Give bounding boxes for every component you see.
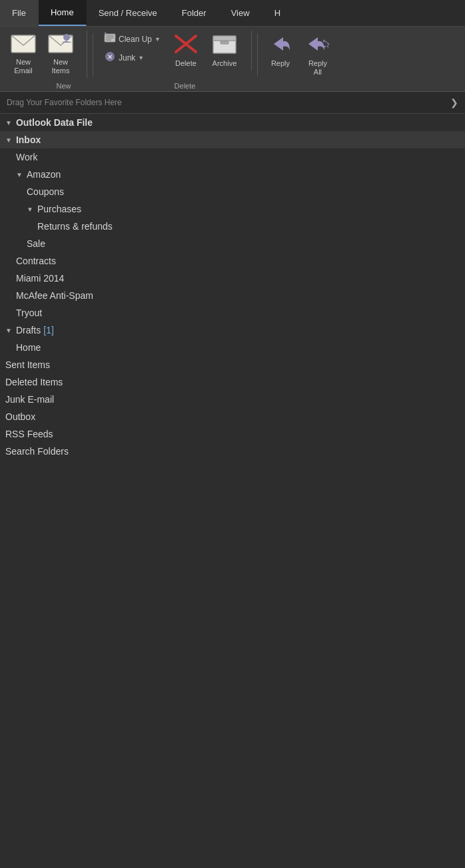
- new-email-label: NewEmail: [14, 58, 33, 75]
- new-items-icon-svg: [48, 33, 73, 53]
- new-items-button[interactable]: NewItems: [43, 31, 79, 78]
- rss-feeds-folder[interactable]: RSS Feeds: [0, 425, 465, 443]
- drafts-label: Drafts: [16, 325, 41, 335]
- rss-feeds-label: RSS Feeds: [5, 429, 53, 439]
- archive-icon-svg: [212, 33, 237, 55]
- email-icon-svg: [11, 33, 36, 53]
- amazon-folder[interactable]: ▼ Amazon: [0, 166, 465, 183]
- new-items-icon: [48, 33, 73, 57]
- junk-button[interactable]: ✕ Junk ▼: [99, 49, 166, 67]
- sale-folder[interactable]: Sale: [0, 235, 465, 252]
- amazon-arrow: ▼: [16, 171, 23, 178]
- menu-more[interactable]: H: [262, 0, 293, 26]
- ribbon-divider-2: [257, 33, 258, 77]
- menu-send-receive[interactable]: Send / Receive: [87, 0, 170, 26]
- deleted-items-folder[interactable]: Deleted Items: [0, 373, 465, 391]
- cleanup-icon: [104, 33, 116, 46]
- sent-items-folder[interactable]: Sent Items: [0, 356, 465, 373]
- returns-folder[interactable]: Returns & refunds: [0, 218, 465, 235]
- cleanup-button[interactable]: Clean Up ▼: [99, 31, 166, 48]
- tryout-label: Tryout: [16, 308, 42, 318]
- home-folder-label: Home: [16, 342, 41, 353]
- inbox-folder[interactable]: ▼ Inbox: [0, 131, 465, 148]
- miami-label: Miami 2014: [16, 273, 64, 284]
- junk-icon: ✕: [104, 51, 116, 65]
- junk-icon-svg: ✕: [104, 51, 116, 62]
- svg-point-2: [63, 34, 70, 41]
- purchases-arrow: ▼: [27, 206, 33, 213]
- reply-all-icon-svg: [304, 33, 331, 55]
- archive-button[interactable]: Archive: [206, 31, 243, 71]
- drafts-badge: [1]: [43, 325, 54, 335]
- inbox-label: Inbox: [16, 134, 41, 145]
- reply-all-label: ReplyAll: [308, 59, 327, 77]
- deleted-items-label: Deleted Items: [5, 377, 63, 387]
- cleanup-icon-svg: [104, 33, 116, 43]
- contracts-label: Contracts: [16, 256, 56, 266]
- ribbon-delete-group: Clean Up ▼ ✕ Junk ▼: [99, 31, 252, 71]
- reply-icon-svg: [268, 33, 292, 55]
- new-items-label: NewItems: [52, 58, 70, 75]
- menu-home[interactable]: Home: [39, 0, 87, 26]
- outlook-data-file-header[interactable]: ▼ Outlook Data File: [0, 114, 465, 131]
- delete-label: Delete: [175, 59, 197, 68]
- ribbon-divider-1: [93, 33, 93, 77]
- cleanup-junk-col: Clean Up ▼ ✕ Junk ▼: [99, 31, 166, 67]
- purchases-label: Purchases: [37, 204, 81, 214]
- returns-label: Returns & refunds: [37, 221, 113, 232]
- junk-dropdown-icon: ▼: [138, 55, 144, 61]
- favorites-bar: Drag Your Favorite Folders Here ❯: [0, 92, 465, 114]
- menu-view[interactable]: View: [219, 0, 262, 26]
- delete-icon: [173, 33, 199, 58]
- collapse-icon[interactable]: ❯: [450, 97, 458, 108]
- mcafee-label: McAfee Anti-Spam: [16, 290, 93, 301]
- cleanup-label: Clean Up: [119, 35, 152, 44]
- folder-tree: ▼ Outlook Data File ▼ Inbox Work ▼ Amazo…: [0, 114, 465, 460]
- sale-label: Sale: [27, 238, 45, 249]
- work-label: Work: [16, 152, 37, 162]
- ribbon: NewEmail NewItems: [0, 27, 465, 92]
- coupons-label: Coupons: [27, 186, 64, 197]
- menu-folder[interactable]: Folder: [170, 0, 219, 26]
- reply-all-button[interactable]: ReplyAll: [299, 31, 336, 79]
- mcafee-folder[interactable]: McAfee Anti-Spam: [0, 287, 465, 304]
- coupons-folder[interactable]: Coupons: [0, 183, 465, 200]
- contracts-folder[interactable]: Contracts: [0, 252, 465, 270]
- new-email-button[interactable]: NewEmail: [5, 31, 41, 78]
- search-folders-label: Search Folders: [5, 446, 69, 457]
- drafts-folder[interactable]: ▼ Drafts [1]: [0, 322, 465, 339]
- purchases-folder[interactable]: ▼ Purchases: [0, 200, 465, 218]
- junk-email-folder[interactable]: Junk E-mail: [0, 391, 465, 408]
- svg-rect-12: [213, 36, 236, 41]
- favorites-placeholder: Drag Your Favorite Folders Here: [7, 98, 122, 107]
- new-section-label: New: [5, 82, 122, 90]
- archive-label: Archive: [213, 59, 237, 68]
- reply-all-icon: [304, 33, 331, 58]
- ribbon-section-labels: New Delete: [5, 79, 460, 91]
- svg-text:✕: ✕: [107, 53, 113, 61]
- cleanup-dropdown-icon: ▼: [155, 36, 161, 43]
- reply-button[interactable]: Reply: [263, 31, 298, 71]
- tryout-folder[interactable]: Tryout: [0, 304, 465, 322]
- ribbon-reply-group: Reply ReplyAll: [263, 31, 344, 79]
- reply-icon: [268, 33, 292, 58]
- search-folders-folder[interactable]: Search Folders: [0, 443, 465, 460]
- junk-label: Junk: [119, 53, 135, 63]
- outbox-folder[interactable]: Outbox: [0, 408, 465, 425]
- delete-button[interactable]: Delete: [167, 31, 205, 71]
- ribbon-new-group: NewEmail NewItems: [5, 31, 87, 78]
- data-file-label: Outlook Data File: [16, 117, 93, 128]
- junk-email-label: Junk E-mail: [5, 394, 54, 405]
- amazon-label: Amazon: [27, 169, 61, 180]
- svg-rect-13: [221, 41, 229, 44]
- delete-icon-svg: [173, 33, 199, 55]
- new-email-icon: [11, 33, 36, 57]
- menu-bar: File Home Send / Receive Folder View H: [0, 0, 465, 27]
- miami-folder[interactable]: Miami 2014: [0, 270, 465, 287]
- drafts-arrow: ▼: [5, 327, 12, 334]
- data-file-arrow: ▼: [5, 119, 12, 126]
- menu-file[interactable]: File: [0, 0, 39, 26]
- work-folder[interactable]: Work: [0, 148, 465, 166]
- delete-section-label: Delete: [123, 82, 246, 90]
- home-folder[interactable]: Home: [0, 339, 465, 356]
